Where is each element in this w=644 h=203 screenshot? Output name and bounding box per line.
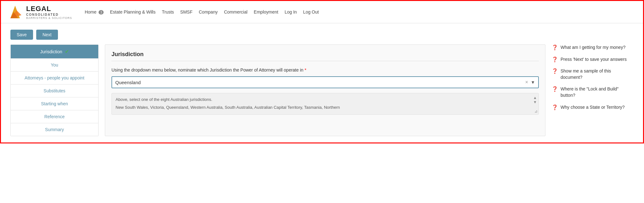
logo-legal: LEGAL — [26, 5, 72, 13]
help-icon-0: ❓ — [552, 44, 558, 50]
nav-smsf[interactable]: SMSF — [180, 9, 192, 14]
nav-logout[interactable]: Log Out — [303, 9, 319, 14]
main-panel: Jurisdiction Using the dropdown menu bel… — [105, 44, 545, 136]
field-label: Using the dropdown menu below, nominate … — [111, 67, 539, 72]
next-button[interactable]: Next — [36, 30, 58, 40]
info-detail-text: New South Wales, Victoria, Queensland, W… — [116, 104, 535, 111]
nav-login[interactable]: Log In — [285, 9, 297, 14]
select-dropdown-icon[interactable]: ▼ — [531, 80, 535, 85]
nav-company[interactable]: Company — [199, 9, 218, 14]
help-item-2[interactable]: ❓ Show me a sample of this document? — [552, 68, 634, 80]
required-star: * — [305, 67, 306, 72]
help-icon-4: ❓ — [552, 104, 558, 110]
main-wrapper: Save Next Jurisdiction ✔ You Attorneys -… — [1, 23, 643, 142]
help-item-0[interactable]: ❓ What am I getting for my money? — [552, 44, 634, 51]
scroll-up-icon[interactable]: ▲ — [533, 96, 537, 100]
help-text-1: Press 'Next' to save your answers — [561, 56, 627, 63]
select-clear-icon[interactable]: × — [525, 79, 528, 85]
logo-area: LEGAL CONSOLIDATED BARRISTERS & SOLICITO… — [7, 4, 72, 20]
sidebar-item-starting-when[interactable]: Starting when — [11, 97, 98, 110]
help-text-2: Show me a sample of this document? — [561, 68, 634, 80]
select-value: Queensland — [115, 80, 525, 85]
nav-employment[interactable]: Employment — [254, 9, 278, 14]
save-button[interactable]: Save — [10, 30, 33, 40]
sidebar: Jurisdiction ✔ You Attorneys - people yo… — [10, 44, 99, 136]
nav-commercial[interactable]: Commercial — [224, 9, 248, 14]
help-icon-2: ❓ — [552, 68, 558, 74]
header: LEGAL CONSOLIDATED BARRISTERS & SOLICITO… — [1, 1, 643, 23]
sidebar-item-you[interactable]: You — [11, 59, 98, 72]
logo-consolidated: CONSOLIDATED — [26, 13, 72, 16]
sidebar-item-attorneys[interactable]: Attorneys - people you appoint — [11, 72, 98, 84]
scroll-down-icon[interactable]: ▼ — [533, 100, 537, 104]
scroll-arrows: ▲ ▼ — [533, 96, 537, 104]
help-text-4: Why choose a State or Territory? — [561, 104, 625, 111]
help-icon-3: ❓ — [552, 86, 558, 92]
info-hint-text: Above, select one of the eight Australia… — [116, 97, 535, 102]
right-panel: ❓ What am I getting for my money? ❓ Pres… — [552, 44, 634, 136]
help-item-4[interactable]: ❓ Why choose a State or Territory? — [552, 104, 634, 111]
jurisdiction-select[interactable]: Queensland × ▼ — [111, 76, 539, 88]
sidebar-item-reference[interactable]: Reference — [11, 110, 98, 123]
help-item-3[interactable]: ❓ Where is the "Lock and Build" button? — [552, 86, 634, 98]
nav-trusts[interactable]: Trusts — [162, 9, 174, 14]
logo-icon — [7, 4, 23, 20]
help-icon-1: ❓ — [552, 56, 558, 62]
action-buttons: Save Next — [10, 30, 634, 40]
content-area: Jurisdiction ✔ You Attorneys - people yo… — [10, 44, 634, 136]
panel-title: Jurisdiction — [111, 51, 539, 61]
logo-text: LEGAL CONSOLIDATED BARRISTERS & SOLICITO… — [26, 5, 72, 20]
logo-barristers: BARRISTERS & SOLICITORS — [26, 16, 72, 20]
nav-estate-planning[interactable]: Estate Planning & Wills — [110, 9, 156, 14]
main-nav: Home 3 Estate Planning & Wills Trusts SM… — [85, 9, 637, 14]
help-item-1[interactable]: ❓ Press 'Next' to save your answers — [552, 56, 634, 63]
sidebar-item-substitutes[interactable]: Substitutes — [11, 84, 98, 97]
info-box: ▲ ▼ Above, select one of the eight Austr… — [111, 93, 539, 115]
nav-home[interactable]: Home 3 — [85, 9, 104, 14]
help-text-0: What am I getting for my money? — [561, 44, 625, 51]
resize-handle-icon[interactable]: ⊿ — [534, 109, 538, 113]
sidebar-item-jurisdiction[interactable]: Jurisdiction ✔ — [11, 45, 98, 59]
sidebar-item-summary[interactable]: Summary — [11, 123, 98, 136]
home-badge: 3 — [99, 10, 104, 14]
help-text-3: Where is the "Lock and Build" button? — [561, 86, 634, 98]
checkmark-icon: ✔ — [65, 49, 69, 55]
